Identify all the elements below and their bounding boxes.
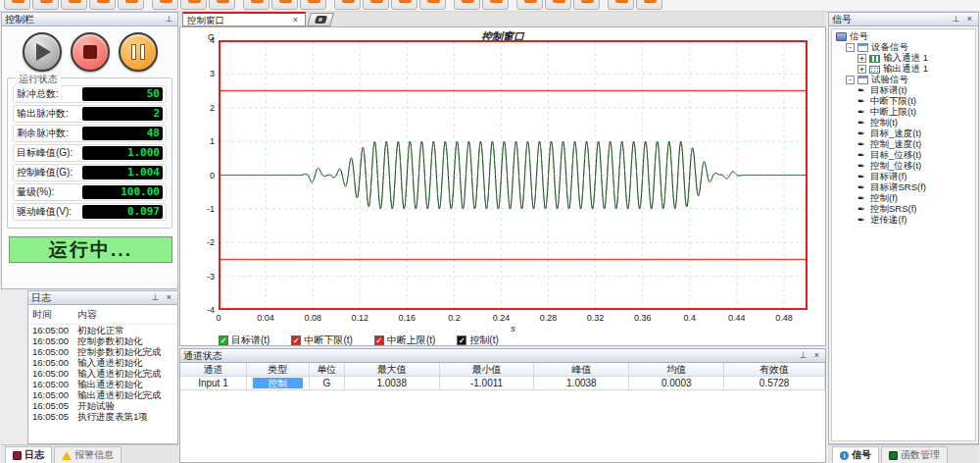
status-field-row: 输出脉冲数:2 — [13, 105, 167, 123]
status-field-row: 剩余脉冲数:48 — [13, 125, 167, 142]
log-dock-tab[interactable]: 日志 — [5, 446, 52, 463]
x-tick-label: 0.16 — [390, 313, 423, 323]
signal-dock-tab[interactable]: 函数管理 — [881, 446, 948, 463]
collapse-icon[interactable]: - — [846, 76, 855, 84]
pin-icon[interactable]: ⊥ — [164, 14, 174, 25]
toolbar-button[interactable] — [608, 0, 634, 10]
pin-icon[interactable]: ⊥ — [951, 14, 961, 25]
legend-item[interactable]: ✓中断上限(t) — [374, 334, 435, 347]
expand-icon[interactable]: + — [858, 54, 866, 63]
collapse-icon[interactable]: - — [846, 43, 855, 52]
legend-item[interactable]: ✓控制(t) — [457, 334, 498, 347]
run-status-group: 运行状态 脉冲总数:50输出脉冲数:2剩余脉冲数:48目标峰值(G):1.000… — [7, 77, 172, 229]
signal-panel-header: 信号 ⊥ × — [829, 13, 978, 26]
close-icon[interactable]: × — [811, 350, 822, 361]
toolbar-button[interactable] — [391, 0, 417, 10]
expand-icon[interactable]: + — [858, 65, 866, 74]
log-row-time: 16:05:05 — [32, 400, 77, 411]
toolbar-button[interactable] — [419, 0, 446, 10]
toolbar-icon — [524, 0, 537, 3]
tree-node-label: 逆传递(f) — [870, 214, 906, 227]
legend-checkbox[interactable]: ✓ — [457, 335, 466, 345]
toolbar-icon — [125, 0, 138, 3]
legend-checkbox[interactable]: ✓ — [374, 335, 384, 345]
toolbar-button[interactable] — [545, 0, 571, 10]
legend-checkbox[interactable]: ✓ — [291, 335, 301, 345]
toolbar-button[interactable] — [516, 0, 543, 10]
toolbar-button[interactable] — [454, 0, 480, 10]
pause-button[interactable] — [119, 32, 158, 72]
log-row-content: 执行进度表第1项 — [77, 411, 148, 422]
signal-dock-tab[interactable]: i信号 — [832, 446, 879, 463]
log-column-headers: 时间 内容 — [28, 305, 177, 325]
toolbar-button[interactable] — [363, 0, 389, 10]
log-row-time: 16:05:00 — [32, 368, 77, 379]
channel-table-header-cell: 通道 — [180, 363, 247, 377]
close-icon[interactable]: × — [964, 14, 975, 25]
pin-icon[interactable]: ⊥ — [150, 292, 161, 303]
status-field-row: 控制峰值(G):1.004 — [13, 164, 167, 181]
toolbar-button[interactable] — [573, 0, 600, 10]
legend-item[interactable]: ✓目标谱(t) — [219, 334, 270, 347]
play-button[interactable] — [23, 32, 62, 72]
x-tick-label: 0.4 — [673, 313, 707, 323]
toolbar-button[interactable] — [118, 0, 144, 10]
tree-node[interactable]: ✒目标谱SRS(f) — [834, 182, 975, 193]
transport-controls — [2, 32, 177, 72]
toolbar-icon — [370, 0, 383, 3]
log-row-time: 16:05:00 — [32, 346, 77, 357]
function-manager-icon — [889, 451, 898, 460]
log-row-content: 控制参数初始化完成 — [77, 346, 162, 357]
tab-close-icon[interactable]: × — [290, 15, 301, 26]
log-row-content: 开始试验 — [77, 400, 115, 411]
y-tick-label: -2 — [197, 237, 215, 247]
close-icon[interactable]: × — [164, 292, 174, 303]
toolbar-button[interactable] — [32, 0, 59, 10]
toolbar-icon — [553, 0, 565, 3]
toolbar-button[interactable] — [636, 0, 662, 10]
status-field-row: 脉冲总数:50 — [13, 85, 167, 103]
toolbar-button[interactable] — [89, 0, 116, 10]
legend-checkbox[interactable]: ✓ — [219, 335, 228, 345]
toolbar-button[interactable] — [271, 0, 298, 10]
log-dock-tab[interactable]: 报警信息 — [54, 446, 122, 463]
log-row: 16:05:00输出通道初始化完成 — [28, 389, 177, 400]
tree-node[interactable]: ✒中断上限(t) — [834, 107, 975, 118]
toolbar-button[interactable] — [482, 0, 509, 10]
toolbar-button[interactable] — [61, 0, 87, 10]
toolbar-button[interactable] — [4, 0, 30, 10]
play-icon — [36, 43, 51, 61]
tab-control-window[interactable]: 控制窗口 × — [182, 12, 306, 26]
toolbar-button[interactable] — [334, 0, 361, 10]
signal-dock-tab-label: 信号 — [852, 448, 871, 462]
log-row-content: 控制参数初始化 — [77, 335, 143, 346]
chart-plot-area[interactable] — [219, 40, 808, 310]
screenshot-tab[interactable] — [307, 13, 334, 26]
stop-button[interactable] — [71, 32, 110, 72]
toolbar-icon — [462, 0, 474, 3]
toolbar-icon — [97, 0, 110, 3]
x-tick-label: 0.04 — [249, 313, 282, 323]
channel-table-row[interactable]: Input 1控制G1.0038-1.00111.00380.00030.572… — [180, 377, 825, 390]
toolbar-button[interactable] — [243, 0, 270, 10]
toolbar-icon — [279, 0, 292, 3]
toolbar-button[interactable] — [300, 0, 326, 10]
log-panel-title: 日志 — [31, 291, 147, 304]
log-row: 16:05:05开始试验 — [28, 400, 177, 411]
pin-icon[interactable]: ⊥ — [798, 350, 808, 361]
signal-icon: ✒ — [858, 183, 867, 192]
main-toolbar — [0, 0, 980, 12]
tree-node[interactable]: ✒逆传递(f) — [834, 215, 975, 226]
toolbar-button[interactable] — [180, 0, 207, 10]
legend-item[interactable]: ✓中断下限(t) — [291, 334, 352, 347]
signals-root-icon — [836, 32, 847, 41]
signal-icon: ✒ — [858, 119, 867, 128]
log-row: 16:05:00控制参数初始化完成 — [28, 346, 177, 357]
toolbar-button[interactable] — [209, 0, 235, 10]
log-row-time: 16:05:00 — [32, 379, 77, 389]
signal-icon: ✒ — [858, 173, 867, 181]
chart-legend: ✓目标谱(t)✓中断下限(t)✓中断上限(t)✓控制(t) — [219, 334, 499, 347]
signal-icon: ✒ — [858, 151, 867, 160]
channel-table-header-cell: 峰值 — [534, 363, 629, 377]
toolbar-button[interactable] — [152, 0, 178, 10]
